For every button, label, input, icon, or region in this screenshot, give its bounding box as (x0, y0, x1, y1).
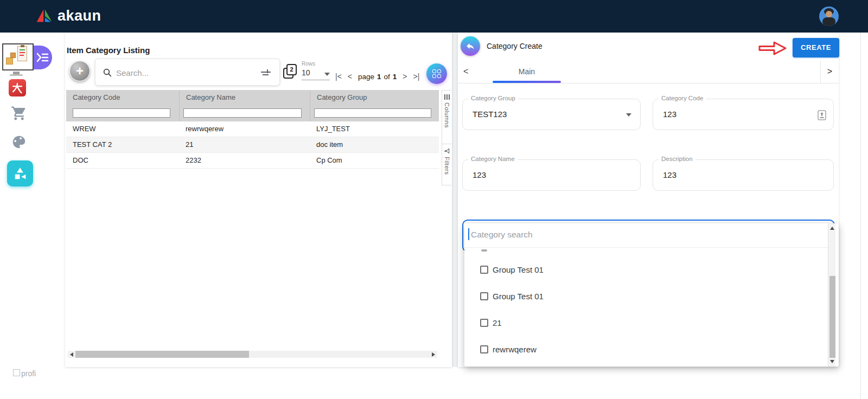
table-filter-row (66, 105, 439, 121)
option-checkbox[interactable] (480, 266, 488, 274)
table-row[interactable]: WREW rewrwqerew LYJ_TEST (66, 121, 439, 137)
rows-per-page-icon[interactable]: 2 (283, 64, 298, 80)
sidebar-item-shopping-cart[interactable] (11, 105, 27, 124)
columns-icon (444, 94, 450, 100)
col-header-category-code[interactable]: Category Code (66, 90, 179, 105)
text-cursor (468, 228, 469, 240)
app-logo[interactable]: akaun (36, 7, 101, 24)
page-last-button[interactable]: >| (413, 72, 420, 81)
vscroll-thumb[interactable] (829, 276, 835, 358)
cell-category-group: doc item (310, 137, 439, 152)
add-category-button[interactable]: + (69, 61, 90, 81)
page-current: 1 (377, 73, 381, 81)
table-horizontal-scrollbar[interactable] (68, 351, 437, 358)
user-avatar[interactable] (819, 7, 839, 26)
col-header-category-name[interactable]: Category Name (179, 90, 310, 105)
cell-category-code: TEST CAT 2 (66, 137, 179, 152)
back-arrow-icon (465, 41, 475, 51)
rows-icon-number: 2 (286, 64, 297, 75)
back-button[interactable] (461, 36, 480, 56)
filter-input-category-code[interactable] (73, 108, 170, 118)
vscroll-down-arrow-icon[interactable] (830, 360, 834, 363)
partially-scrolled-option (481, 249, 487, 252)
cell-category-group: LYJ_TEST (310, 121, 439, 137)
sidebar-item-palette[interactable] (11, 134, 27, 152)
tabs-scroll-prev[interactable]: < (463, 67, 468, 76)
palette-icon (11, 134, 27, 150)
page-of-word: of (384, 73, 390, 81)
filter-tune-icon[interactable] (261, 69, 271, 76)
app-box-art (6, 57, 13, 65)
category-search-input[interactable] (470, 227, 698, 242)
tab-active-underline (493, 81, 561, 83)
listing-title: Item Category Listing (67, 46, 150, 55)
table-row[interactable]: DOC 2232 Cp Com (66, 153, 439, 169)
category-group-caret-icon (626, 113, 631, 117)
page-prev-button[interactable]: < (348, 72, 352, 81)
tab-main[interactable]: Main (493, 67, 561, 76)
category-code-value: 123 (663, 99, 676, 129)
tab-bar: < Main > (458, 61, 839, 83)
profile-partial-label: profi (21, 369, 36, 378)
filter-input-category-group[interactable] (314, 108, 431, 118)
tabs-scroll-next[interactable]: > (820, 61, 839, 83)
cell-category-name: rewrwqerew (179, 121, 310, 137)
profile-checkbox[interactable] (13, 369, 20, 376)
option-checkbox[interactable] (480, 292, 488, 300)
description-field[interactable]: Description 123 (653, 159, 834, 191)
columns-side-tab-label: Columns (444, 102, 450, 128)
cart-icon (11, 105, 27, 121)
filters-side-tab[interactable]: Filters (442, 144, 451, 185)
category-name-field[interactable]: Category Name 123 (462, 159, 641, 191)
dropdown-option[interactable]: Group Test 01 (480, 262, 544, 277)
cell-category-code: DOC (66, 153, 179, 168)
grid-view-button[interactable] (426, 63, 447, 84)
cell-category-code: WREW (66, 121, 179, 137)
option-checkbox[interactable] (480, 319, 488, 327)
vscroll-up-arrow-icon[interactable] (830, 227, 834, 230)
sidebar-item-categories[interactable] (7, 160, 33, 186)
filters-funnel-icon (444, 148, 450, 154)
sidebar: profi (0, 33, 42, 399)
hscroll-right-arrow-icon[interactable] (432, 352, 435, 357)
option-checkbox[interactable] (480, 345, 488, 353)
col-header-category-group[interactable]: Category Group (310, 90, 439, 105)
option-label: Group Test 01 (493, 292, 544, 301)
page-edge-divider (860, 33, 861, 399)
category-group-field[interactable]: Category Group TEST123 (462, 99, 641, 130)
rows-caret-icon[interactable] (324, 73, 330, 76)
filter-input-category-name[interactable] (183, 108, 302, 118)
cell-category-name: 2232 (179, 153, 310, 168)
search-input[interactable] (115, 64, 250, 81)
brand-text: akaun (58, 8, 101, 24)
sidebar-item-inventory-app[interactable] (2, 43, 34, 70)
cell-category-group: Cp Com (310, 153, 439, 168)
item-category-listing-panel: Item Category Listing + 2 Rows 10 |< < (65, 33, 452, 367)
table-row[interactable]: TEST CAT 2 21 doc item (66, 137, 439, 153)
menu-expand-icon (36, 52, 49, 63)
search-icon (103, 68, 112, 77)
category-code-field[interactable]: Category Code 123 (653, 99, 834, 130)
search-box (95, 59, 280, 86)
dropdown-option[interactable]: 21 (480, 315, 502, 330)
page-next-button[interactable]: > (403, 72, 407, 81)
categories-icon (13, 166, 27, 181)
dropdown-option[interactable]: rewrwqerew (480, 342, 537, 357)
category-create-panel: Category Create CREATE < Main > Category… (458, 33, 839, 367)
category-group-value: TEST123 (473, 99, 507, 129)
page-first-button[interactable]: |< (335, 72, 342, 81)
filters-side-tab-label: Filters (444, 157, 450, 175)
sidebar-item-da-red-app[interactable] (9, 79, 26, 96)
hscroll-left-arrow-icon[interactable] (70, 352, 73, 357)
create-button[interactable]: CREATE (793, 38, 839, 57)
page-word: page (358, 73, 374, 81)
hscroll-thumb[interactable] (75, 351, 249, 358)
dropdown-vertical-scrollbar[interactable] (828, 223, 835, 366)
avatar-body (822, 17, 835, 26)
da-character-icon (12, 82, 23, 93)
table-body: WREW rewrwqerew LYJ_TEST TEST CAT 2 21 d… (66, 121, 439, 169)
pagination: |< < page 1 of 1 > >| (335, 71, 419, 82)
columns-side-tab[interactable]: Columns (442, 90, 451, 144)
dropdown-option[interactable]: Group Test 01 (480, 288, 544, 304)
panel-gap (452, 33, 458, 367)
